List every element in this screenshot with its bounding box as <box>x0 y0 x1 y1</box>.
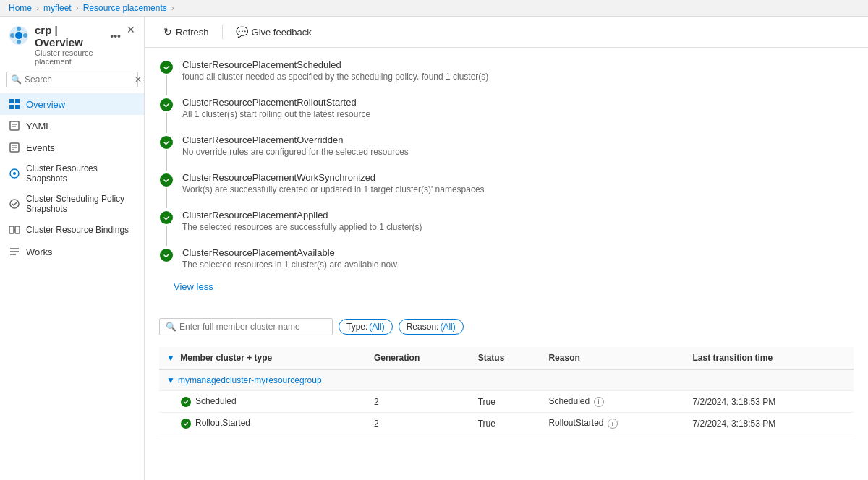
sidebar-item-cluster-resources-snapshots-label: Cluster Resources Snapshots <box>26 163 135 184</box>
type-filter-tag[interactable]: Type : (All) <box>339 319 393 335</box>
sidebar-item-events[interactable]: Events <box>0 137 144 158</box>
breadcrumb-resource-placements[interactable]: Resource placements <box>83 3 167 13</box>
row-status: True <box>471 413 542 434</box>
sidebar-item-cluster-scheduling-policy-snapshots-label: Cluster Scheduling Policy Snapshots <box>26 194 135 214</box>
reason-filter-colon: : <box>436 322 438 332</box>
timeline-item-desc: All 1 cluster(s) start rolling out the l… <box>182 109 370 119</box>
timeline-item-desc: No override rules are configured for the… <box>182 147 409 157</box>
reason-filter-val: (All) <box>440 322 455 332</box>
table-header: ▼ Member cluster + type Generation Statu… <box>159 347 854 369</box>
sidebar-item-cluster-resource-bindings[interactable]: Cluster Resource Bindings <box>0 219 144 241</box>
cluster-name-link[interactable]: mymanagedcluster-myresourcegroup <box>178 375 322 385</box>
refresh-icon: ↻ <box>163 26 172 38</box>
filter-section: 🔍 Type : (All) Reason : (All) <box>145 312 868 341</box>
svg-point-18 <box>13 172 16 175</box>
toolbar: ↻ Refresh 💬 Give feedback <box>145 17 868 48</box>
svg-point-2 <box>17 27 21 31</box>
timeline-section: ClusterResourcePlacementScheduledfound a… <box>145 48 868 312</box>
expand-all-icon[interactable]: ▼ <box>166 353 175 363</box>
row-generation: 2 <box>367 391 471 413</box>
sidebar-nav: Overview YAML Events Cluster Resources S… <box>0 93 144 262</box>
page-subtitle: Cluster resource placement <box>35 48 121 66</box>
reason-info-icon[interactable]: i <box>594 397 604 407</box>
svg-rect-6 <box>9 99 14 103</box>
breadcrumb-myfleet[interactable]: myfleet <box>43 3 72 13</box>
timeline-item-desc: Work(s) are successfully created or upda… <box>182 184 485 194</box>
table-body: ▼mymanagedcluster-myresourcegroupSchedul… <box>159 369 854 434</box>
cluster-scheduling-policy-snapshots-icon <box>9 198 20 210</box>
yaml-icon <box>9 120 20 132</box>
crp-icon <box>9 25 29 46</box>
row-status: True <box>471 391 542 413</box>
timeline-line <box>166 226 167 246</box>
timeline-item: ClusterResourcePlacementRolloutStartedAl… <box>159 97 854 134</box>
sidebar-item-works[interactable]: Works <box>0 241 144 262</box>
timeline-item: ClusterResourcePlacementOverriddenNo ove… <box>159 134 854 172</box>
timeline-container: ClusterResourcePlacementScheduledfound a… <box>159 59 854 278</box>
timeline-item-desc: The selected resources are successfully … <box>182 222 422 232</box>
svg-point-1 <box>15 32 22 39</box>
timeline-item-title: ClusterResourcePlacementOverridden <box>182 134 409 145</box>
feedback-icon: 💬 <box>236 26 248 38</box>
placement-table: ▼ Member cluster + type Generation Statu… <box>159 347 854 434</box>
svg-rect-21 <box>15 226 20 233</box>
cluster-expand-icon[interactable]: ▼ <box>166 375 175 385</box>
col-last-transition: Last transition time <box>686 347 854 369</box>
svg-rect-9 <box>15 105 20 109</box>
sidebar-item-works-label: Works <box>26 247 53 257</box>
breadcrumb: Home › myfleet › Resource placements › <box>0 0 868 17</box>
col-generation: Generation <box>367 347 471 369</box>
status-dot <box>181 397 191 407</box>
timeline-dot <box>160 249 173 262</box>
type-filter-colon: : <box>365 322 367 332</box>
works-icon <box>9 246 20 257</box>
toolbar-separator <box>222 25 223 39</box>
reason-filter-key: Reason <box>407 322 436 332</box>
row-type: RolloutStarted <box>195 418 250 428</box>
col-member-cluster: ▼ Member cluster + type <box>159 347 367 369</box>
reason-info-icon[interactable]: i <box>608 419 618 429</box>
table-row: RolloutStarted2TrueRolloutStarted i7/2/2… <box>159 413 854 434</box>
status-dot <box>181 419 191 429</box>
breadcrumb-home[interactable]: Home <box>9 3 32 13</box>
timeline-line <box>166 188 167 208</box>
cluster-filter-search: 🔍 <box>159 318 333 335</box>
timeline-item: ClusterResourcePlacementScheduledfound a… <box>159 59 854 97</box>
svg-point-3 <box>17 40 21 44</box>
more-icon[interactable]: ••• <box>110 30 121 42</box>
timeline-item-title: ClusterResourcePlacementWorkSynchronized <box>182 172 485 183</box>
sidebar-item-yaml-label: YAML <box>26 121 51 132</box>
overview-icon <box>9 98 20 110</box>
sidebar-item-cluster-resources-snapshots[interactable]: Cluster Resources Snapshots <box>0 158 144 189</box>
row-reason: RolloutStarted i <box>541 413 685 434</box>
page-title: crp | Overview <box>35 24 104 48</box>
timeline-dot <box>160 136 173 149</box>
timeline-dot <box>160 173 173 187</box>
reason-filter-tag[interactable]: Reason : (All) <box>399 319 464 335</box>
col-status: Status <box>471 347 542 369</box>
search-clear-icon[interactable]: ✕ <box>135 74 142 85</box>
filter-search-icon: 🔍 <box>166 322 176 332</box>
events-icon <box>9 142 20 153</box>
refresh-button[interactable]: ↻ Refresh <box>156 22 216 41</box>
timeline-item-desc: found all cluster needed as specified by… <box>182 72 488 82</box>
sidebar-item-cluster-scheduling-policy-snapshots[interactable]: Cluster Scheduling Policy Snapshots <box>0 189 144 219</box>
sidebar-item-overview[interactable]: Overview <box>0 93 144 115</box>
search-input[interactable] <box>25 74 133 85</box>
svg-rect-8 <box>9 105 14 109</box>
table-row: Scheduled2TrueScheduled i7/2/2024, 3:18:… <box>159 391 854 413</box>
cluster-resources-snapshots-icon <box>9 168 20 179</box>
timeline-item-title: ClusterResourcePlacementRolloutStarted <box>182 97 370 108</box>
cluster-name-input[interactable] <box>179 322 326 332</box>
timeline-dot <box>160 98 173 111</box>
sidebar-item-yaml[interactable]: YAML <box>0 115 144 137</box>
timeline-item-title: ClusterResourcePlacementScheduled <box>182 59 488 70</box>
feedback-label: Give feedback <box>252 27 312 38</box>
timeline-line <box>166 113 167 133</box>
row-reason: Scheduled i <box>541 391 685 413</box>
view-less-link[interactable]: View less <box>174 281 213 292</box>
feedback-button[interactable]: 💬 Give feedback <box>229 22 319 41</box>
svg-point-4 <box>10 33 14 38</box>
close-icon[interactable]: ✕ <box>127 24 135 35</box>
refresh-label: Refresh <box>176 27 209 38</box>
